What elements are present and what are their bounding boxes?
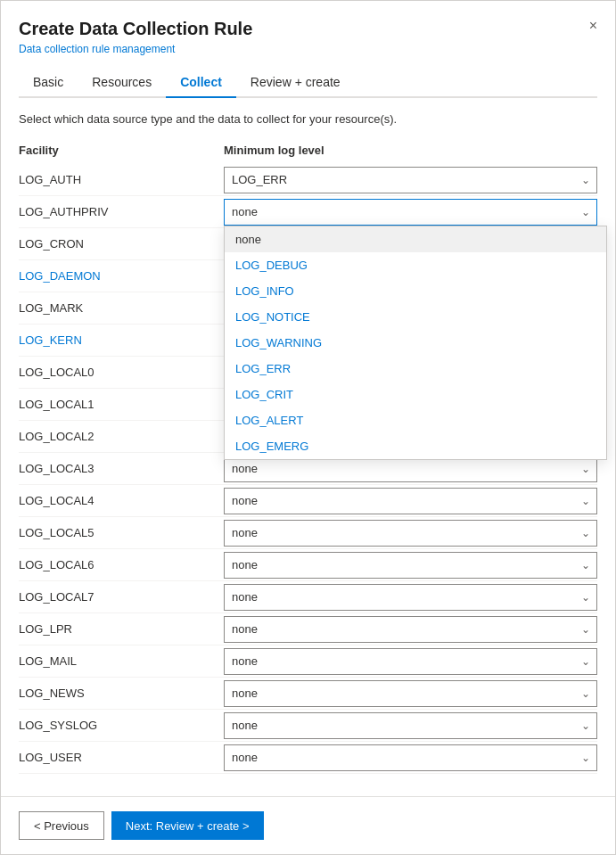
facility-label: LOG_NEWS <box>19 681 224 705</box>
dropdown-option-log-info[interactable]: LOG_INFO <box>225 278 606 304</box>
table-row: LOG_LOCAL5 none ⌄ <box>19 517 597 549</box>
col-facility-header: Facility <box>19 144 224 157</box>
facility-label: LOG_LOCAL1 <box>19 392 224 416</box>
facility-label: LOG_CRON <box>19 232 224 256</box>
log-authpriv-dropdown-list: none LOG_DEBUG LOG_INFO LOG_NOTICE LOG_W… <box>224 226 607 460</box>
facility-label: LOG_USER <box>19 745 224 769</box>
log-news-select[interactable]: none <box>224 680 597 707</box>
facility-label: LOG_KERN <box>19 328 224 352</box>
dropdown-option-log-alert[interactable]: LOG_ALERT <box>225 407 606 433</box>
facility-label: LOG_AUTHPRIV <box>19 200 224 224</box>
tab-review[interactable]: Review + create <box>236 68 355 98</box>
tab-bar: Basic Resources Collect Review + create <box>19 68 597 98</box>
dropdown-option-log-warning[interactable]: LOG_WARNING <box>225 330 606 356</box>
table-row: LOG_LOCAL4 none ⌄ <box>19 485 597 517</box>
log-authpriv-dropdown-container: none ⌄ none LOG_DEBUG LOG_INFO LOG_NOTIC… <box>224 199 597 226</box>
table-row: LOG_MAIL none ⌄ <box>19 645 597 678</box>
log-auth-select-wrapper: LOG_ERR ⌄ <box>224 167 597 193</box>
facility-label: LOG_LPR <box>19 617 224 641</box>
dialog-title-text: Create Data Collection Rule <box>19 19 252 39</box>
log-local6-select-wrapper: none ⌄ <box>224 552 597 579</box>
log-syslog-select[interactable]: none <box>224 712 597 739</box>
table-row: LOG_NEWS none ⌄ <box>19 678 597 710</box>
table-row: LOG_USER none ⌄ <box>19 742 597 774</box>
log-authpriv-dropdown-trigger[interactable]: none ⌄ <box>224 199 597 226</box>
facility-label: LOG_LOCAL7 <box>19 585 224 609</box>
log-local7-select[interactable]: none <box>224 584 597 611</box>
log-lpr-select-wrapper: none ⌄ <box>224 616 597 643</box>
dialog-header: Create Data Collection Rule × Data colle… <box>1 1 615 98</box>
log-user-select[interactable]: none <box>224 744 597 771</box>
table-row: LOG_SYSLOG none ⌄ <box>19 710 597 742</box>
close-button[interactable]: × <box>589 19 597 33</box>
log-local6-select[interactable]: none <box>224 552 597 579</box>
log-mail-select[interactable]: none <box>224 648 597 675</box>
next-button[interactable]: Next: Review + create > <box>111 811 264 840</box>
facility-label: LOG_LOCAL6 <box>19 553 224 577</box>
log-news-select-wrapper: none ⌄ <box>224 680 597 707</box>
facility-label: LOG_DAEMON <box>19 264 224 288</box>
log-syslog-select-wrapper: none ⌄ <box>224 712 597 739</box>
facility-label: LOG_LOCAL2 <box>19 424 224 448</box>
table-row: LOG_AUTHPRIV none ⌄ none LOG_DEBUG LOG_I… <box>19 196 597 228</box>
tab-basic[interactable]: Basic <box>19 68 78 98</box>
log-local7-select-wrapper: none ⌄ <box>224 584 597 611</box>
dropdown-option-none[interactable]: none <box>225 226 606 252</box>
log-local4-select-wrapper: none ⌄ <box>224 488 597 514</box>
dialog-body: Select which data source type and the da… <box>1 98 615 796</box>
dropdown-value: none <box>232 205 258 218</box>
chevron-down-icon: ⌄ <box>581 206 590 218</box>
dropdown-option-log-crit[interactable]: LOG_CRIT <box>225 382 606 407</box>
facility-label: LOG_LOCAL5 <box>19 521 224 545</box>
facility-label: LOG_SYSLOG <box>19 713 224 737</box>
create-data-collection-dialog: Create Data Collection Rule × Data colle… <box>0 0 616 855</box>
dropdown-option-log-emerg[interactable]: LOG_EMERG <box>225 433 606 459</box>
log-local5-select[interactable]: none <box>224 520 597 547</box>
log-local5-select-wrapper: none ⌄ <box>224 520 597 547</box>
dropdown-option-log-err[interactable]: LOG_ERR <box>225 356 606 382</box>
log-user-select-wrapper: none ⌄ <box>224 744 597 771</box>
tab-collect[interactable]: Collect <box>166 68 236 98</box>
col-loglevel-header: Minimum log level <box>224 144 597 157</box>
dialog-footer: < Previous Next: Review + create > <box>1 796 615 854</box>
log-local4-select[interactable]: none <box>224 488 597 514</box>
description-text: Select which data source type and the da… <box>19 112 597 126</box>
dialog-subtitle: Data collection rule management <box>19 43 597 55</box>
table-row: LOG_LOCAL7 none ⌄ <box>19 581 597 613</box>
dropdown-option-log-notice[interactable]: LOG_NOTICE <box>225 304 606 330</box>
table-row: LOG_LPR none ⌄ <box>19 613 597 645</box>
previous-button[interactable]: < Previous <box>19 811 104 840</box>
log-mail-select-wrapper: none ⌄ <box>224 648 597 675</box>
table-header: Facility Minimum log level <box>19 140 597 160</box>
log-lpr-select[interactable]: none <box>224 616 597 643</box>
tab-resources[interactable]: Resources <box>78 68 166 98</box>
dropdown-option-log-debug[interactable]: LOG_DEBUG <box>225 252 606 278</box>
facility-label: LOG_LOCAL4 <box>19 489 224 513</box>
facility-label: LOG_AUTH <box>19 168 224 192</box>
facility-label: LOG_LOCAL0 <box>19 360 224 384</box>
table-row: LOG_LOCAL6 none ⌄ <box>19 549 597 581</box>
facility-label: LOG_MARK <box>19 296 224 320</box>
facility-label: LOG_MAIL <box>19 649 224 673</box>
dialog-title-row: Create Data Collection Rule × <box>19 19 597 39</box>
log-auth-select[interactable]: LOG_ERR <box>224 167 597 193</box>
table-row: LOG_AUTH LOG_ERR ⌄ <box>19 164 597 196</box>
facility-label: LOG_LOCAL3 <box>19 456 224 481</box>
